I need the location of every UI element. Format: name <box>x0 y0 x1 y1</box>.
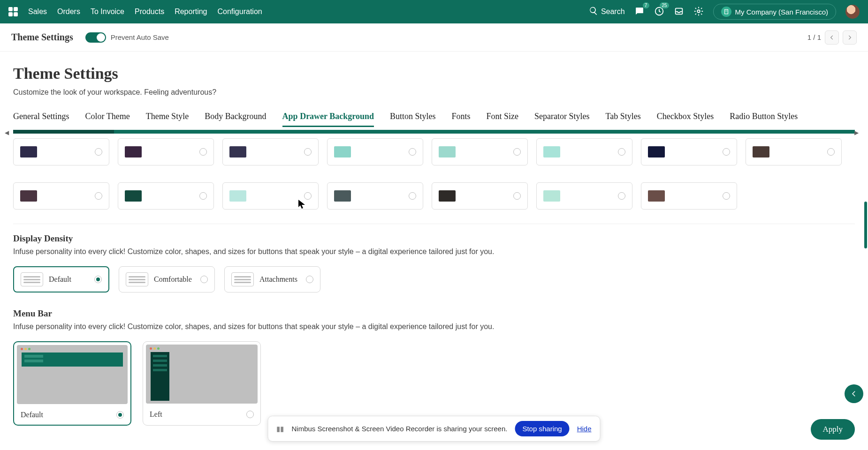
tab-font-size[interactable]: Font Size <box>487 112 519 126</box>
swatch-color-icon <box>229 190 246 202</box>
scrollbar-thumb[interactable] <box>864 202 867 248</box>
swatch-option[interactable] <box>536 182 632 210</box>
menubar-title: Menu Bar <box>13 308 855 319</box>
tab-separator-styles[interactable]: Separator Styles <box>534 112 589 126</box>
pager-prev-button[interactable] <box>825 30 839 45</box>
swatch-color-icon <box>125 190 142 202</box>
tab-radio-button-styles[interactable]: Radio Button Styles <box>730 112 798 126</box>
global-search[interactable]: Search <box>589 6 625 17</box>
swatch-option[interactable] <box>222 182 319 210</box>
swatch-option[interactable] <box>222 138 319 165</box>
swatch-color-icon <box>20 190 37 202</box>
stop-sharing-button[interactable]: Stop sharing <box>515 421 569 436</box>
swatch-option[interactable] <box>13 138 109 165</box>
screenshare-banner: ▮▮ Nimbus Screenshot & Screen Video Reco… <box>267 416 600 442</box>
swatch-option[interactable] <box>432 138 528 165</box>
tray-button[interactable] <box>674 6 684 18</box>
swatch-color-icon <box>543 190 560 202</box>
tabs-scroll-left[interactable]: ◀ <box>5 129 9 136</box>
messages-button[interactable]: 7 <box>634 6 645 18</box>
swatch-radio <box>199 148 207 156</box>
menubar-radio <box>116 411 124 419</box>
nav-link-orders[interactable]: Orders <box>57 8 80 16</box>
svg-point-2 <box>697 10 700 13</box>
swatch-radio <box>723 192 730 200</box>
nav-link-configuration[interactable]: Configuration <box>218 8 262 16</box>
apply-button[interactable]: Apply <box>811 419 855 440</box>
tab-button-styles[interactable]: Button Styles <box>390 112 436 126</box>
tab-checkbox-styles[interactable]: Checkbox Styles <box>657 112 714 126</box>
messages-badge: 7 <box>643 2 649 8</box>
company-switcher[interactable]: My Company (San Francisco) <box>713 4 836 20</box>
swatch-radio <box>618 192 625 200</box>
swatch-option[interactable] <box>641 138 737 165</box>
tabs-scroll-right[interactable]: ▶ <box>854 129 859 136</box>
swatch-option[interactable] <box>13 182 109 210</box>
density-label: Comfortable <box>154 275 192 283</box>
reveal-panel-button[interactable] <box>845 384 863 403</box>
density-preview-icon <box>126 272 148 286</box>
density-option-comfortable[interactable]: Comfortable <box>119 266 215 292</box>
tab-color-theme[interactable]: Color Theme <box>85 112 129 126</box>
tab-theme-style[interactable]: Theme Style <box>146 112 189 126</box>
swatch-option[interactable] <box>327 182 423 210</box>
swatch-color-icon <box>229 146 246 158</box>
screenshare-text: Nimbus Screenshot & Screen Video Recorde… <box>291 425 507 433</box>
app-launcher-icon[interactable] <box>8 7 18 16</box>
swatch-color-icon <box>20 146 37 158</box>
building-icon <box>721 7 731 17</box>
swatch-option[interactable] <box>746 138 842 165</box>
menubar-preview-icon <box>17 345 128 404</box>
swatch-color-icon <box>439 190 456 202</box>
nav-link-products[interactable]: Products <box>135 8 164 16</box>
density-label: Attachments <box>259 275 297 283</box>
swatch-color-icon <box>334 146 351 158</box>
prevent-autosave-toggle[interactable] <box>85 32 106 43</box>
swatch-option[interactable] <box>118 138 214 165</box>
settings-button[interactable] <box>693 6 704 18</box>
company-name: My Company (San Francisco) <box>735 8 828 16</box>
swatch-radio <box>95 192 102 200</box>
tab-general-settings[interactable]: General Settings <box>13 112 69 126</box>
swatch-grid <box>13 138 855 210</box>
swatch-option[interactable] <box>327 138 423 165</box>
density-label: Default <box>49 275 71 283</box>
swatch-radio <box>304 192 312 200</box>
tab-app-drawer-background[interactable]: App Drawer Background <box>282 112 374 126</box>
separator <box>13 224 855 224</box>
tab-tab-styles[interactable]: Tab Styles <box>606 112 641 126</box>
tab-fonts[interactable]: Fonts <box>452 112 471 126</box>
search-icon <box>589 6 598 17</box>
menubar-option-default[interactable]: Default <box>13 341 131 426</box>
page-title: Theme Settings <box>13 65 855 82</box>
swatch-option[interactable] <box>118 182 214 210</box>
density-preview-icon <box>231 272 254 286</box>
density-option-default[interactable]: Default <box>13 266 109 292</box>
density-radio <box>94 276 102 283</box>
menubar-option-left[interactable]: Left <box>143 341 261 426</box>
pager-next-button[interactable] <box>843 30 857 45</box>
nav-link-toinvoice[interactable]: To Invoice <box>91 8 124 16</box>
nav-link-sales[interactable]: Sales <box>28 8 47 16</box>
swatch-radio <box>95 148 102 156</box>
settings-tabs: General SettingsColor ThemeTheme StyleBo… <box>13 112 855 127</box>
swatch-option[interactable] <box>536 138 632 165</box>
prevent-autosave-label: Prevent Auto Save <box>111 33 169 41</box>
tab-accent-strip <box>13 130 855 134</box>
density-subtitle: Infuse personality into every click! Cus… <box>13 248 855 256</box>
avatar[interactable] <box>845 5 860 19</box>
hide-banner-link[interactable]: Hide <box>577 425 592 433</box>
control-bar: Theme Settings Prevent Auto Save 1 / 1 <box>0 23 868 52</box>
density-option-attachments[interactable]: Attachments <box>224 266 320 292</box>
breadcrumb-title: Theme Settings <box>11 32 73 43</box>
page-subtitle: Customize the look of your workspace. Fe… <box>13 88 855 97</box>
swatch-color-icon <box>125 146 142 158</box>
swatch-option[interactable] <box>641 182 737 210</box>
swatch-option[interactable] <box>432 182 528 210</box>
tab-body-background[interactable]: Body Background <box>205 112 266 126</box>
activities-button[interactable]: 25 <box>654 6 664 18</box>
svg-rect-3 <box>724 9 728 14</box>
swatch-color-icon <box>753 146 769 158</box>
swatch-radio <box>618 148 625 156</box>
nav-link-reporting[interactable]: Reporting <box>175 8 207 16</box>
